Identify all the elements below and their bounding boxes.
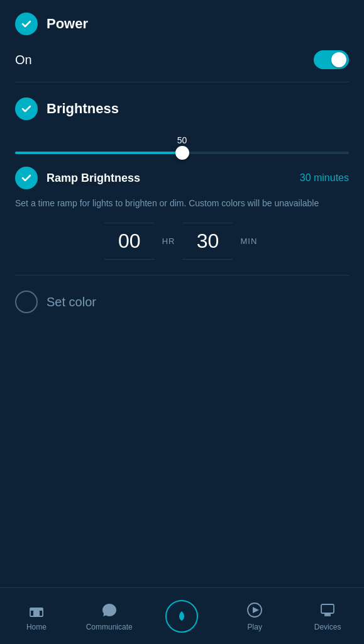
ramp-divider xyxy=(15,275,349,275)
play-label: Play xyxy=(248,623,262,631)
minutes-column[interactable]: 30 xyxy=(182,220,233,262)
svg-rect-2 xyxy=(30,608,43,611)
minutes-bottom-line xyxy=(182,259,233,260)
nav-communicate[interactable]: Communicate xyxy=(73,594,146,639)
hr-label: HR xyxy=(160,236,178,246)
home-icon xyxy=(28,601,45,619)
hours-value[interactable]: 00 xyxy=(118,226,141,257)
power-section-header: Power xyxy=(15,13,349,35)
ramp-brightness-section: Ramp Brightness 30 minutes Set a time ra… xyxy=(15,167,349,262)
brightness-check-icon xyxy=(15,97,38,120)
brightness-value: 50 xyxy=(15,135,349,145)
brightness-section-header: Brightness xyxy=(15,97,349,120)
toggle-thumb xyxy=(331,52,346,67)
nav-play[interactable]: Play xyxy=(218,594,291,639)
nav-alexa[interactable] xyxy=(146,592,219,640)
toggle-on-label: On xyxy=(15,53,32,67)
main-content: Power On Brightness 50 xyxy=(0,0,364,587)
play-icon xyxy=(246,601,263,619)
home-label: Home xyxy=(26,623,47,631)
svg-point-3 xyxy=(180,615,183,618)
min-label: MIN xyxy=(238,236,260,246)
set-color-label: Set color xyxy=(47,295,96,309)
minutes-top-line xyxy=(182,223,233,223)
power-divider xyxy=(15,82,349,82)
devices-icon xyxy=(319,601,336,619)
hours-column[interactable]: 00 xyxy=(104,220,155,262)
set-color-row[interactable]: Set color xyxy=(15,291,349,313)
brightness-track[interactable] xyxy=(15,152,349,154)
set-color-circle xyxy=(15,291,38,313)
bottom-nav: Home Communicate Play xyxy=(0,587,364,644)
ramp-description: Set a time ramp for lights to brighten o… xyxy=(15,197,349,210)
ramp-header: Ramp Brightness 30 minutes xyxy=(15,167,349,189)
brightness-slider-container[interactable]: 50 xyxy=(15,135,349,154)
brightness-thumb[interactable] xyxy=(175,146,189,160)
devices-label: Devices xyxy=(314,623,341,631)
ramp-time-label: 30 minutes xyxy=(300,172,349,184)
ramp-check-icon xyxy=(15,167,38,189)
power-toggle[interactable] xyxy=(314,50,349,69)
minutes-value[interactable]: 30 xyxy=(197,226,219,257)
power-check-icon xyxy=(15,13,38,35)
communicate-icon xyxy=(101,601,118,619)
brightness-section: Brightness 50 xyxy=(15,97,349,154)
hours-top-line xyxy=(104,223,155,223)
svg-rect-1 xyxy=(33,611,40,616)
svg-marker-5 xyxy=(253,607,259,613)
power-toggle-row: On xyxy=(15,50,349,69)
hours-bottom-line xyxy=(104,259,155,260)
nav-home[interactable]: Home xyxy=(0,594,73,639)
brightness-fill xyxy=(15,152,182,154)
power-title: Power xyxy=(47,16,88,32)
communicate-label: Communicate xyxy=(86,623,133,631)
brightness-title: Brightness xyxy=(47,101,119,117)
alexa-circle[interactable] xyxy=(165,600,198,633)
ramp-title: Ramp Brightness xyxy=(47,172,140,185)
nav-devices[interactable]: Devices xyxy=(291,594,364,639)
time-picker: 00 HR 30 MIN xyxy=(15,220,349,262)
svg-rect-6 xyxy=(321,604,334,613)
ramp-left: Ramp Brightness xyxy=(15,167,140,189)
